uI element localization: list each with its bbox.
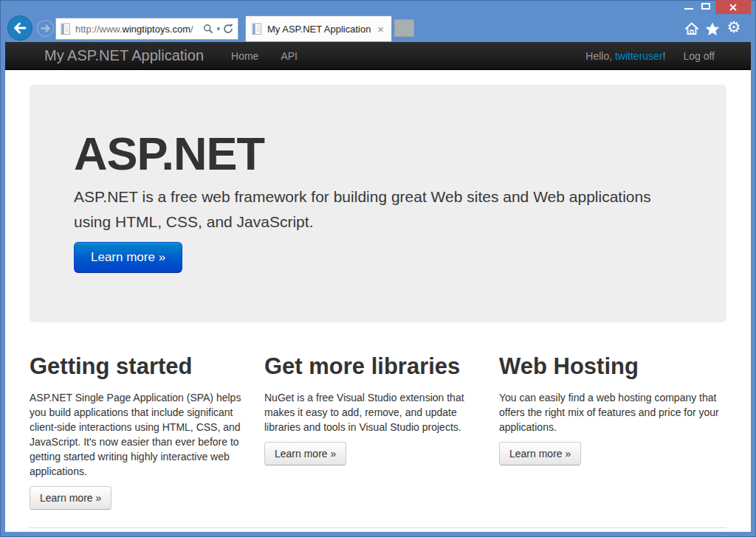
star-icon — [705, 21, 720, 36]
footer-divider — [30, 527, 726, 528]
favorites-button[interactable] — [704, 21, 721, 36]
search-icon[interactable] — [203, 24, 213, 34]
hero-learn-more-button[interactable]: Learn more » — [74, 242, 182, 273]
forward-arrow-icon — [39, 22, 52, 35]
home-icon — [684, 21, 699, 36]
page-container: ASP.NET ASP.NET is a free web framework … — [30, 85, 726, 528]
feature-columns: Getting started ASP.NET Single Page Appl… — [30, 352, 726, 510]
getting-started-learn-more-button[interactable]: Learn more » — [30, 486, 111, 510]
logoff-link[interactable]: Log off — [683, 50, 726, 62]
column-web-hosting: Web Hosting You can easily find a web ho… — [499, 352, 726, 510]
column-text: NuGet is a free Visual Studio extension … — [264, 390, 492, 434]
tab-title: My ASP.NET Application — [267, 24, 376, 35]
nav-link-home[interactable]: Home — [220, 50, 269, 62]
refresh-icon[interactable] — [223, 24, 233, 34]
browser-back-button[interactable] — [7, 15, 32, 41]
nav-link-api[interactable]: API — [269, 50, 309, 62]
hero-unit: ASP.NET ASP.NET is a free web framework … — [30, 85, 726, 322]
close-icon — [729, 4, 737, 11]
column-title: Web Hosting — [499, 352, 726, 381]
page-viewport: My ASP.NET Application Home API Hello, t… — [5, 42, 751, 532]
hosting-learn-more-button[interactable]: Learn more » — [499, 442, 581, 465]
column-text: ASP.NET Single Page Application (SPA) he… — [30, 390, 257, 479]
column-get-more-libraries: Get more libraries NuGet is a free Visua… — [264, 352, 492, 510]
greeting-text: Hello, twitteruser! — [585, 50, 665, 62]
window-maximize-button[interactable] — [701, 3, 710, 10]
site-navbar: My ASP.NET Application Home API Hello, t… — [5, 42, 751, 70]
column-title: Getting started — [30, 352, 257, 381]
chevron-down-icon[interactable]: ▾ — [216, 25, 220, 32]
settings-button[interactable]: ⚙ — [726, 20, 742, 35]
libraries-learn-more-button[interactable]: Learn more » — [264, 442, 346, 465]
column-getting-started: Getting started ASP.NET Single Page Appl… — [30, 352, 257, 510]
column-title: Get more libraries — [264, 352, 492, 381]
browser-forward-button[interactable] — [37, 20, 54, 37]
account-nav: Hello, twitteruser! Log off — [585, 50, 726, 62]
address-bar[interactable]: http://www.wingtiptoys.com/ ▾ — [55, 18, 238, 40]
page-icon — [252, 23, 262, 35]
window-minimize-button[interactable] — [684, 8, 693, 10]
home-button[interactable] — [684, 21, 700, 36]
site-brand[interactable]: My ASP.NET Application — [30, 47, 204, 64]
window-close-button[interactable] — [715, 0, 751, 14]
new-tab-button[interactable] — [394, 19, 414, 37]
page-icon — [61, 23, 71, 35]
gear-icon: ⚙ — [727, 20, 741, 35]
browser-tab[interactable]: My ASP.NET Application × — [245, 15, 392, 42]
hero-title: ASP.NET — [74, 127, 682, 180]
back-arrow-icon — [10, 18, 30, 38]
browser-window: http://www.wingtiptoys.com/ ▾ My ASP.NET… — [0, 0, 756, 537]
site-nav: Home API — [220, 50, 309, 62]
url-text: http://www.wingtiptoys.com/ — [75, 24, 203, 35]
username-link[interactable]: twitteruser — [615, 50, 663, 62]
tab-close-button[interactable]: × — [376, 24, 385, 35]
column-text: You can easily find a web hosting compan… — [499, 390, 726, 434]
hero-description: ASP.NET is a free web framework for buil… — [74, 184, 682, 235]
